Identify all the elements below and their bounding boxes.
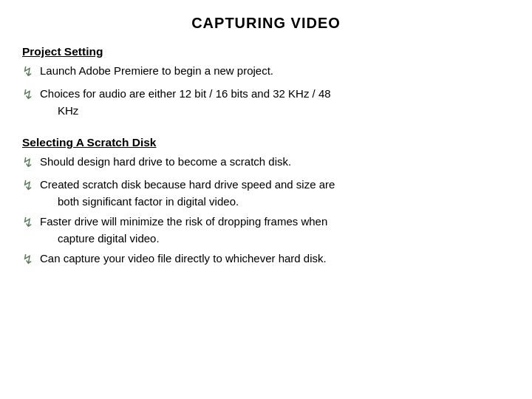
bullet-text: Can capture your video file directly to … <box>40 250 510 267</box>
list-item: ↯ Choices for audio are either 12 bit / … <box>22 86 510 119</box>
project-setting-list: ↯ Launch Adobe Premiere to begin a new p… <box>22 63 510 119</box>
bullet-icon: ↯ <box>22 176 38 196</box>
section-scratch-disk: Selecting A Scratch Disk ↯ Should design… <box>22 136 510 273</box>
page-container: CAPTURING VIDEO Project Setting ↯ Launch… <box>0 0 532 399</box>
bullet-icon: ↯ <box>22 62 38 82</box>
scratch-disk-list: ↯ Should design hard drive to become a s… <box>22 154 510 270</box>
list-item: ↯ Created scratch disk because hard driv… <box>22 177 510 210</box>
bullet-icon: ↯ <box>22 153 38 173</box>
bullet-text: Launch Adobe Premiere to begin a new pro… <box>40 63 510 80</box>
list-item: ↯ Should design hard drive to become a s… <box>22 154 510 173</box>
bullet-text: Faster drive will minimize the risk of d… <box>40 214 510 247</box>
bullet-text: Created scratch disk because hard drive … <box>40 177 510 210</box>
list-item: ↯ Launch Adobe Premiere to begin a new p… <box>22 63 510 82</box>
section-project-setting: Project Setting ↯ Launch Adobe Premiere … <box>22 45 510 123</box>
section-heading-scratch-disk: Selecting A Scratch Disk <box>22 136 510 149</box>
bullet-icon: ↯ <box>22 213 38 233</box>
bullet-text: Choices for audio are either 12 bit / 16… <box>40 86 510 119</box>
list-item: ↯ Can capture your video file directly t… <box>22 250 510 270</box>
bullet-icon: ↯ <box>22 250 38 270</box>
section-heading-project-setting: Project Setting <box>22 45 510 58</box>
list-item: ↯ Faster drive will minimize the risk of… <box>22 214 510 247</box>
bullet-icon: ↯ <box>22 85 38 105</box>
page-title: CAPTURING VIDEO <box>22 15 510 32</box>
bullet-text: Should design hard drive to become a scr… <box>40 154 510 171</box>
